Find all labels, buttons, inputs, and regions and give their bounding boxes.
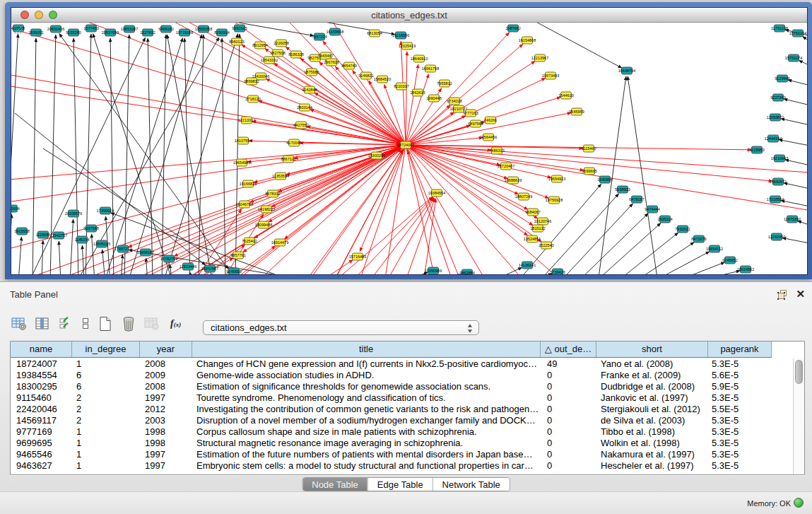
graph-node[interactable]: 7625402 xyxy=(242,238,257,245)
graph-node[interactable]: 16159608 xyxy=(326,28,343,35)
graph-node[interactable]: 9129946 xyxy=(775,75,789,82)
graph-node[interactable]: 12213967 xyxy=(531,54,548,62)
graph-node[interactable]: 12444194 xyxy=(765,135,782,142)
tab-network-table[interactable]: Network Table xyxy=(433,478,510,491)
graph-node[interactable]: 20537099 xyxy=(102,29,119,36)
graph-node[interactable]: 19565358 xyxy=(195,25,212,33)
graph-node[interactable]: 20691406 xyxy=(47,25,64,33)
graph-node[interactable]: 15692971 xyxy=(770,178,787,185)
graph-node[interactable]: 17016504 xyxy=(767,196,784,203)
graph-node[interactable]: 15884520 xyxy=(374,76,391,83)
graph-node[interactable]: 7486313 xyxy=(489,147,504,154)
tab-edge-table[interactable]: Edge Table xyxy=(367,478,433,491)
graph-node[interactable]: 1145194 xyxy=(74,236,89,243)
show-columns-icon[interactable] xyxy=(33,315,52,333)
graph-node[interactable]: 1827508 xyxy=(270,49,285,57)
graph-node[interactable]: 19756928 xyxy=(546,197,563,204)
graph-node[interactable]: 10719188 xyxy=(176,29,193,36)
table-row[interactable]: 1872400712008Changes of HCN gene express… xyxy=(11,358,772,370)
table-row[interactable]: 1830029562008Estimation of significance … xyxy=(11,381,772,392)
graph-node[interactable]: 1990448 xyxy=(426,95,441,102)
column-header-out_de[interactable]: △ out_de… xyxy=(541,341,596,357)
graph-node[interactable]: 19654985 xyxy=(233,159,250,166)
table-row[interactable]: 2242004622012Investigating the contribut… xyxy=(11,404,772,415)
graph-node[interactable]: 9245653 xyxy=(226,268,241,274)
graph-node[interactable]: 9862884 xyxy=(459,269,474,274)
graph-node[interactable]: 746266 xyxy=(484,117,497,124)
graph-node[interactable]: 10390989 xyxy=(425,267,442,274)
graph-node[interactable]: 8454749 xyxy=(341,62,356,69)
graph-node[interactable]: 19384554 xyxy=(428,189,445,197)
graph-node[interactable]: 2718120 xyxy=(245,95,260,103)
graph-node[interactable]: 2967608 xyxy=(324,59,339,66)
delete-table-icon[interactable] xyxy=(119,315,138,333)
graph-node[interactable]: 20564456 xyxy=(480,134,497,141)
graph-node[interactable]: 10653287 xyxy=(121,25,138,33)
graph-node[interactable]: 9699695 xyxy=(582,168,596,175)
graph-node[interactable]: 10120746 xyxy=(534,218,551,225)
graph-node[interactable]: 1835051 xyxy=(28,29,43,36)
graph-node[interactable]: 2226058 xyxy=(273,40,288,47)
graph-node[interactable]: 8471676 xyxy=(691,235,706,243)
graph-node[interactable]: 7932621 xyxy=(675,226,690,233)
graph-node[interactable]: 12942757 xyxy=(50,232,67,239)
graph-node[interactable]: 12213312 xyxy=(238,117,255,124)
select-columns-icon[interactable] xyxy=(57,315,75,333)
graph-node[interactable]: 16648794 xyxy=(618,67,635,74)
graph-node[interactable]: 6734028 xyxy=(447,98,461,105)
graph-node[interactable]: 9245652 xyxy=(722,257,737,264)
graph-node[interactable]: 16046788 xyxy=(236,201,253,208)
graph-node[interactable]: 1115686 xyxy=(36,231,51,238)
graph-node[interactable]: 2522540 xyxy=(539,242,553,249)
graph-node[interactable]: 15716485 xyxy=(349,253,366,260)
graph-node[interactable]: 5938923 xyxy=(615,186,630,193)
graph-node[interactable]: 9215953 xyxy=(749,146,764,153)
graph-node[interactable]: 18807249 xyxy=(515,193,532,200)
graph-node[interactable]: 8960123 xyxy=(229,38,244,45)
graph-node[interactable]: 10973493 xyxy=(542,72,559,79)
graph-node[interactable]: 8186328 xyxy=(288,51,303,58)
row-height-icon[interactable] xyxy=(80,315,91,333)
graph-node[interactable]: 1733426 xyxy=(550,269,565,274)
graph-node[interactable]: 9115460 xyxy=(581,145,596,152)
graph-node[interactable]: 16961758 xyxy=(422,65,439,72)
graph-node[interactable]: 8867110 xyxy=(281,156,295,163)
graph-node[interactable]: 13958167 xyxy=(137,249,154,256)
graph-node[interactable]: 8427552 xyxy=(293,122,308,129)
column-header-in_degree[interactable]: in_degree xyxy=(72,341,140,357)
table-row[interactable]: 977716911998Corpus callosum shape and si… xyxy=(11,426,772,438)
graph-node[interactable]: 12242450 xyxy=(768,233,785,240)
graph-node[interactable]: 9545959 xyxy=(569,108,584,115)
table-row[interactable]: 1456911722003Disruption of a novel membe… xyxy=(11,415,772,426)
tab-node-table[interactable]: Node Table xyxy=(302,478,367,491)
graph-node[interactable]: 13524851 xyxy=(524,235,541,243)
table-selector-dropdown[interactable]: citations_edges.txt xyxy=(203,320,479,335)
column-header-pagerank[interactable]: pagerank xyxy=(708,341,772,357)
table-scrollbar[interactable] xyxy=(793,358,804,474)
graph-node[interactable]: 9146821 xyxy=(358,72,373,79)
graph-node[interactable]: 16210643 xyxy=(771,155,788,162)
graph-node[interactable]: 10543332 xyxy=(261,57,278,64)
graph-node[interactable]: 9397588 xyxy=(83,225,98,232)
import-table-icon[interactable] xyxy=(143,315,161,333)
graph-node[interactable]: 15761204 xyxy=(789,30,806,37)
graph-node[interactable]: 19218586 xyxy=(392,32,409,39)
graph-node[interactable]: 8220337 xyxy=(394,83,408,90)
graph-node[interactable]: 18107554 xyxy=(235,137,252,144)
graph-node[interactable]: 1327602 xyxy=(140,29,155,36)
graph-node[interactable]: 16914479 xyxy=(271,239,288,246)
graph-node[interactable]: 1077453 xyxy=(83,25,98,32)
graph-node[interactable]: 18640910 xyxy=(411,55,428,62)
graph-node[interactable]: 19166825 xyxy=(240,180,257,187)
graph-node[interactable]: 18024502 xyxy=(737,266,754,273)
graph-node[interactable]: 1875685 xyxy=(304,69,319,76)
table-scrollbar-thumb[interactable] xyxy=(795,360,803,384)
graph-node[interactable]: 14198222 xyxy=(258,206,275,213)
table-row[interactable]: 946362711997Embryonic stem cells: a mode… xyxy=(11,460,772,472)
minimize-window-button[interactable] xyxy=(35,11,43,19)
graph-node[interactable]: 9362915 xyxy=(232,25,247,32)
graph-node[interactable]: 16154808 xyxy=(519,37,536,44)
graph-node[interactable]: 1815132 xyxy=(530,225,545,232)
graph-node[interactable]: 9684067 xyxy=(525,209,540,216)
graph-node[interactable]: 4170045 xyxy=(286,139,301,146)
